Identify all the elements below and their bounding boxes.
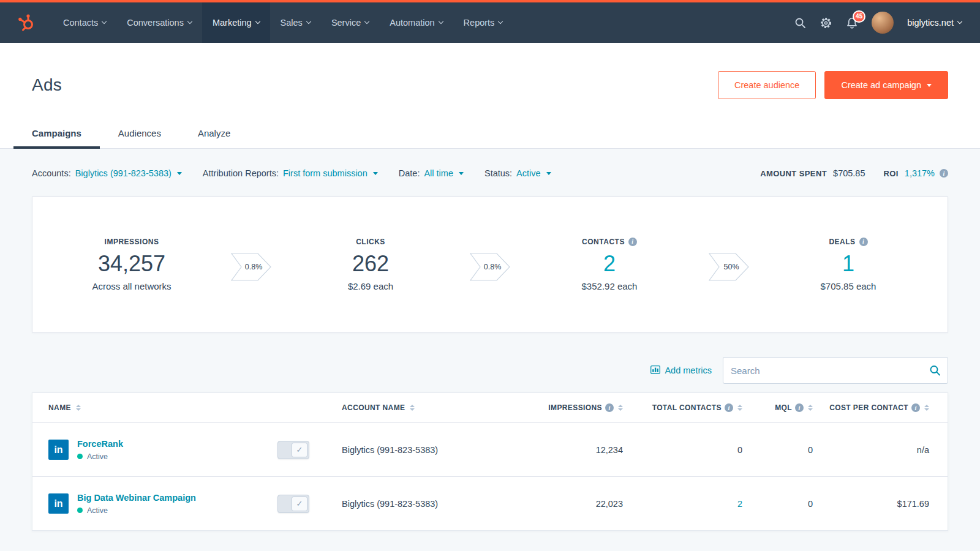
accounts-filter-dropdown[interactable]: Biglytics (991-823-5383) [75,168,182,178]
nav-item-service[interactable]: Service [321,2,379,43]
date-filter-value: All time [424,168,453,178]
column-label: IMPRESSIONS [548,403,602,412]
column-label: COST PER CONTACT [829,403,908,412]
column-header-impressions[interactable]: IMPRESSIONS [531,403,623,412]
mql-cell: 0 [742,445,813,455]
create-audience-button[interactable]: Create audience [718,71,816,99]
status-dot-icon [77,454,83,459]
attribution-filter-dropdown[interactable]: First form submission [283,168,378,178]
column-header-name[interactable]: NAME [32,403,277,412]
conversion-rate: 0.8% [475,263,510,271]
info-icon[interactable] [940,169,948,178]
roi-value: 1,317% [905,168,935,178]
campaign-toggle[interactable] [277,441,309,459]
column-label: ACCOUNT NAME [342,403,405,412]
status-dot-icon [77,508,83,513]
linkedin-icon [48,493,69,514]
campaigns-table: NAME ACCOUNT NAME IMPRESSIONS TOTAL CONT… [32,392,948,531]
stage-value: 2 [510,252,709,276]
stage-label: IMPRESSIONS [105,238,159,246]
tab-bar: Campaigns Audiences Analyze [0,120,980,149]
conversion-rate: 50% [714,263,749,271]
check-icon [292,443,307,457]
info-icon[interactable] [628,238,637,246]
account-name-cell: Biglytics (991-823-5383) [342,445,531,455]
funnel-stage-deals: DEALS 1 $705.85 each [749,238,948,292]
info-icon[interactable] [795,403,804,412]
nav-item-conversations[interactable]: Conversations [116,2,202,43]
create-ad-campaign-label: Create ad campaign [841,80,921,90]
chevron-down-icon [187,19,192,24]
stage-label: DEALS [829,238,855,246]
info-icon[interactable] [859,238,868,246]
funnel-stage-clicks: CLICKS 262 $2.69 each [271,238,470,292]
column-header-total-contacts[interactable]: TOTAL CONTACTS [623,403,742,412]
attribution-filter-label: Attribution Reports: [203,168,279,178]
search-icon[interactable] [929,365,941,377]
create-ad-campaign-button[interactable]: Create ad campaign [824,71,948,99]
nav-item-sales[interactable]: Sales [270,2,321,43]
page-content: Accounts: Biglytics (991-823-5383) Attri… [0,149,980,531]
sort-icon[interactable] [76,405,81,411]
total-contacts-link[interactable]: 2 [623,499,742,509]
campaign-name-link[interactable]: ForceRank [77,439,123,449]
search-input[interactable] [723,357,948,384]
tab-analyze[interactable]: Analyze [179,120,249,148]
nav-item-label: Reports [464,18,495,28]
accounts-filter-value: Biglytics (991-823-5383) [75,168,172,178]
search-icon[interactable] [794,17,806,29]
stage-subtext: $705.85 each [749,281,948,291]
account-menu[interactable]: biglytics.net [907,18,962,28]
impressions-cell: 22,023 [531,499,623,509]
amount-spent-value: $705.85 [833,168,865,178]
sort-icon[interactable] [618,405,623,411]
info-icon[interactable] [725,403,733,412]
nav-item-contacts[interactable]: Contacts [53,2,116,43]
notifications-bell-icon[interactable]: 45 [846,17,858,29]
conversion-arrow: 50% [709,253,749,281]
page-title: Ads [32,75,62,95]
caret-down-icon [546,172,551,175]
sort-icon[interactable] [737,405,742,411]
info-icon[interactable] [911,403,920,412]
nav-item-label: Service [331,18,361,28]
sort-icon[interactable] [410,405,415,411]
tab-audiences[interactable]: Audiences [100,120,179,148]
conversion-arrow: 0.8% [470,253,510,281]
gear-icon[interactable] [820,17,832,29]
nav-item-marketing[interactable]: Marketing [202,2,270,43]
add-metrics-label: Add metrics [665,365,712,375]
campaign-status: Active [77,452,123,461]
search-box [723,357,948,384]
chevron-down-icon [255,19,260,24]
notification-badge: 45 [853,10,865,23]
date-filter-dropdown[interactable]: All time [424,168,464,178]
chevron-down-icon [306,19,311,24]
campaign-toggle[interactable] [277,495,309,513]
info-icon[interactable] [605,403,614,412]
nav-item-label: Contacts [63,18,98,28]
funnel-stage-contacts: CONTACTS 2 $352.92 each [510,238,709,292]
impressions-cell: 12,234 [531,445,623,455]
column-header-mql[interactable]: MQL [742,403,813,412]
column-header-account-name[interactable]: ACCOUNT NAME [342,403,531,412]
hubspot-logo-icon[interactable] [17,2,36,43]
avatar[interactable] [872,12,894,34]
status-filter-dropdown[interactable]: Active [516,168,551,178]
caret-down-icon [373,172,378,175]
nav-item-automation[interactable]: Automation [379,2,453,43]
campaign-name-link[interactable]: Big Data Webinar Campaign [77,493,196,503]
stage-value: 262 [271,252,470,276]
stage-subtext: $352.92 each [510,281,709,291]
attribution-filter-value: First form submission [283,168,368,178]
column-header-cost-per-contact[interactable]: COST PER CONTACT [813,403,948,412]
tab-campaigns[interactable]: Campaigns [13,120,100,148]
sort-icon[interactable] [924,405,929,411]
add-metrics-button[interactable]: Add metrics [650,365,712,376]
sort-icon[interactable] [808,405,813,411]
nav-item-label: Automation [390,18,434,28]
linkedin-icon [48,440,69,460]
nav-item-label: Conversations [127,18,184,28]
check-icon [292,497,307,511]
nav-item-reports[interactable]: Reports [453,2,513,43]
